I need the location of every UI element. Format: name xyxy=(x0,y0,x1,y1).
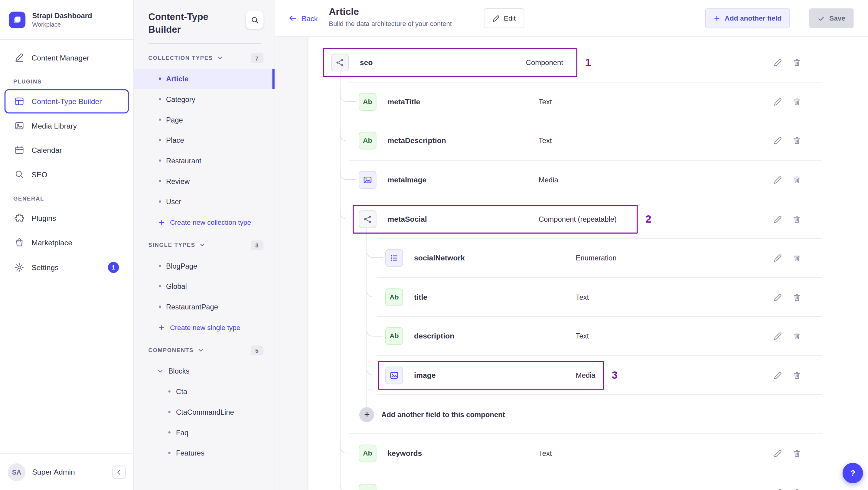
collapse-sidebar-button[interactable] xyxy=(113,465,126,479)
annotation-number: 3 xyxy=(612,369,618,381)
delete-field-button[interactable] xyxy=(793,215,801,223)
brand-title: Strapi Dashboard xyxy=(32,11,92,20)
pen-icon xyxy=(14,53,25,63)
field-name: metaRobots xyxy=(388,489,431,490)
help-button[interactable]: ? xyxy=(843,463,863,483)
field-name: keywords xyxy=(388,450,422,458)
edit-field-button[interactable] xyxy=(773,450,781,458)
panel-item-user[interactable]: User xyxy=(134,191,275,212)
search-button[interactable] xyxy=(246,11,264,29)
create-new-collection-type-link[interactable]: Create new collection type xyxy=(134,212,275,233)
back-label: Back xyxy=(302,14,318,22)
field-name: image xyxy=(414,371,435,379)
field-row-keywords: AbkeywordsText xyxy=(309,434,868,473)
delete-field-button[interactable] xyxy=(793,176,801,184)
panel-item-cta[interactable]: Cta xyxy=(134,381,275,402)
edit-field-button[interactable] xyxy=(773,489,781,490)
panel-item-restaurantpage[interactable]: RestaurantPage xyxy=(134,297,275,317)
row-actions xyxy=(773,371,801,379)
chevron-down-icon xyxy=(217,55,223,61)
field-row-title: AbtitleText xyxy=(309,278,868,317)
edit-button[interactable]: Edit xyxy=(484,8,524,28)
nav-item-label: Plugins xyxy=(31,214,56,222)
panel-item-category[interactable]: Category xyxy=(134,89,275,110)
edit-field-button[interactable] xyxy=(773,332,781,340)
panel-item-features[interactable]: Features xyxy=(134,443,275,463)
section-header-components[interactable]: COMPONENTS5 xyxy=(134,338,275,361)
section-label: SINGLE TYPES xyxy=(149,242,195,248)
panel-item-article[interactable]: Article xyxy=(134,69,275,89)
nav-section-label: PLUGINS xyxy=(4,70,129,89)
edit-field-button[interactable] xyxy=(773,98,781,106)
chevron-down-icon xyxy=(157,368,163,374)
delete-field-button[interactable] xyxy=(793,137,801,145)
edit-field-button[interactable] xyxy=(773,176,781,184)
component-group-blocks[interactable]: Blocks xyxy=(134,361,275,381)
search-icon xyxy=(14,170,25,179)
section-label: COMPONENTS xyxy=(149,347,193,353)
fields-card: seoComponent1AbmetaTitleTextAbmetaDescri… xyxy=(309,37,868,490)
chevron-down-icon xyxy=(199,242,205,248)
nav-item-media-library[interactable]: Media Library xyxy=(4,114,129,138)
add-another-field-button[interactable]: Add another field xyxy=(705,8,790,28)
row-actions xyxy=(773,489,801,490)
delete-field-button[interactable] xyxy=(793,489,801,490)
strapi-logo-icon xyxy=(9,11,25,28)
panel-item-restaurant[interactable]: Restaurant xyxy=(134,151,275,171)
delete-field-button[interactable] xyxy=(793,332,801,340)
field-row-image: imageMedia3 xyxy=(309,356,868,395)
nav-item-calendar[interactable]: Calendar xyxy=(4,138,129,162)
nav-item-content-type-builder[interactable]: Content-Type Builder xyxy=(4,89,129,114)
nav-item-marketplace[interactable]: Marketplace xyxy=(4,230,129,255)
panel-item-place[interactable]: Place xyxy=(134,130,275,151)
edit-field-button[interactable] xyxy=(773,215,781,223)
nav-item-seo[interactable]: SEO xyxy=(4,162,129,187)
nav-item-plugins[interactable]: Plugins xyxy=(4,206,129,231)
calendar-icon xyxy=(14,145,25,155)
nav-item-label: Marketplace xyxy=(31,238,72,246)
component-field-icon xyxy=(331,54,349,72)
save-button[interactable]: Save xyxy=(809,8,854,28)
edit-field-button[interactable] xyxy=(773,254,781,262)
row-actions xyxy=(773,176,801,184)
text-field-icon: Ab xyxy=(385,288,403,306)
nav-item-settings[interactable]: Settings1 xyxy=(4,255,129,280)
section-header-collection-types[interactable]: COLLECTION TYPES7 xyxy=(134,46,275,69)
delete-field-button[interactable] xyxy=(793,59,801,67)
panel-item-blogpage[interactable]: BlogPage xyxy=(134,255,275,276)
add-field-to-component-button[interactable] xyxy=(359,407,374,422)
section-header-single-types[interactable]: SINGLE TYPES3 xyxy=(134,233,275,255)
text-field-icon: Ab xyxy=(359,445,376,462)
panel-item-ctacommandline[interactable]: CtaCommandLine xyxy=(134,402,275,423)
create-new-single-type-link[interactable]: Create new single type xyxy=(134,317,275,338)
field-row-metarobots: AbmetaRobotsText xyxy=(309,473,868,490)
delete-field-button[interactable] xyxy=(793,450,801,458)
panel-item-page[interactable]: Page xyxy=(134,110,275,130)
panel-item-faq[interactable]: Faq xyxy=(134,422,275,443)
section-count-badge: 3 xyxy=(251,240,264,250)
field-row-metasocial: metaSocialComponent (repeatable)2 xyxy=(309,200,868,239)
edit-field-button[interactable] xyxy=(773,371,781,379)
edit-field-button[interactable] xyxy=(773,293,781,301)
panel-sections: COLLECTION TYPES7ArticleCategoryPagePlac… xyxy=(134,46,275,463)
field-type: Component xyxy=(526,59,563,67)
delete-field-button[interactable] xyxy=(793,371,801,379)
field-name: seo xyxy=(360,59,373,67)
field-type: Text xyxy=(576,293,589,301)
create-label: Create new collection type xyxy=(170,219,251,226)
edit-field-button[interactable] xyxy=(773,137,781,145)
chevron-left-icon xyxy=(116,468,123,475)
nav-item-label: Media Library xyxy=(31,122,77,130)
edit-field-button[interactable] xyxy=(773,59,781,67)
nav-item-content-manager[interactable]: Content Manager xyxy=(4,45,129,70)
delete-field-button[interactable] xyxy=(793,98,801,106)
panel-item-global[interactable]: Global xyxy=(134,276,275,297)
panel-item-review[interactable]: Review xyxy=(134,171,275,191)
back-link[interactable]: Back xyxy=(288,0,318,37)
delete-field-button[interactable] xyxy=(793,293,801,301)
delete-field-button[interactable] xyxy=(793,254,801,262)
field-type: Text xyxy=(539,137,552,145)
row-actions xyxy=(773,59,801,67)
strapi-app: Strapi Dashboard Workplace Content Manag… xyxy=(0,0,868,490)
save-label: Save xyxy=(829,14,845,22)
